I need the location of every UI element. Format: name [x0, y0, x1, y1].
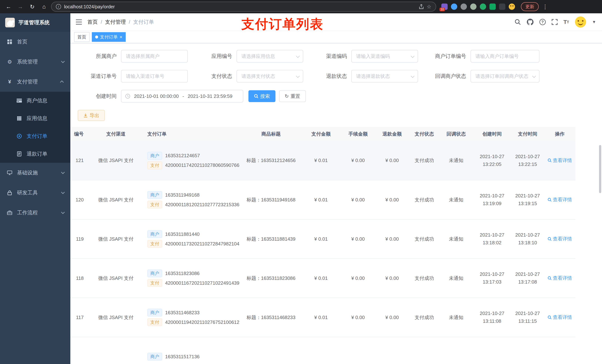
- export-button[interactable]: 导出: [78, 110, 105, 121]
- caret-down-icon[interactable]: ▼: [592, 20, 596, 24]
- app-field: [236, 50, 303, 62]
- reset-button[interactable]: ↻ 重置: [279, 90, 306, 102]
- tab-pay-order[interactable]: 支付订单 ×: [92, 32, 126, 42]
- channel-code-label: 渠道编码: [303, 53, 351, 60]
- cell-channel: [87, 337, 144, 364]
- extension-icon[interactable]: 10: [441, 3, 448, 10]
- back-button[interactable]: ←: [4, 2, 13, 11]
- cell-paid: 2021-10-2713:19:15: [511, 180, 544, 219]
- vertical-scrollbar[interactable]: [599, 145, 601, 193]
- magnifier-icon: [548, 198, 552, 202]
- merchant-input[interactable]: [121, 50, 188, 62]
- search-icon[interactable]: [515, 19, 521, 25]
- cell-notify: 未通知: [439, 180, 473, 219]
- browser-update-button[interactable]: 更新: [521, 2, 539, 11]
- sidebar-item-app-info[interactable]: 应用信息: [0, 110, 70, 127]
- create-time-range-picker[interactable]: 2021-10-01 00:00:00 - 2021-10-31 23:59:5…: [121, 90, 243, 103]
- cell-id: 121: [70, 141, 87, 180]
- cell-channel: 微信 JSAPI 支付: [87, 259, 144, 298]
- grid-icon: [16, 116, 22, 121]
- cell-amount: ¥ 0.01: [301, 219, 341, 259]
- pay-status-label: 支付状态: [188, 73, 236, 80]
- merchant-badge: 商户: [147, 230, 162, 238]
- view-detail-link[interactable]: 查看详情: [548, 197, 572, 203]
- help-icon[interactable]: ?: [539, 19, 546, 25]
- breadcrumb-payment[interactable]: 支付管理: [105, 19, 126, 26]
- channel-code-select[interactable]: [351, 50, 418, 62]
- magnifier-icon: [548, 237, 552, 241]
- view-detail-link[interactable]: 查看详情: [548, 236, 572, 242]
- table-row: 121 微信 JSAPI 支付 商户1635312124657 支付420000…: [70, 141, 575, 180]
- share-icon[interactable]: [419, 4, 424, 9]
- chevron-down-icon: [61, 170, 65, 174]
- sidebar-item-pay-order[interactable]: 支付订单: [0, 127, 70, 145]
- extension-icon[interactable]: [470, 3, 476, 10]
- app-label: 应用编号: [188, 53, 236, 60]
- hamburger-icon[interactable]: [70, 19, 87, 25]
- bookmark-star-icon[interactable]: ☆: [427, 4, 431, 10]
- cell-id: 119: [70, 219, 87, 259]
- channel-order-no-input[interactable]: [121, 70, 188, 83]
- home-button[interactable]: ⌂: [39, 2, 49, 11]
- github-icon[interactable]: [527, 19, 534, 25]
- sidebar-item-infra[interactable]: 基础设施: [0, 163, 70, 183]
- extensions-puzzle-icon[interactable]: [499, 3, 505, 10]
- filter-row-2: 渠道订单号 支付状态 退款状态 回调商户状态: [70, 70, 602, 83]
- cell-paid: 2021-10-2713:22:15: [511, 141, 544, 180]
- sidebar-item-refund-order[interactable]: 退款订单: [0, 145, 70, 163]
- sidebar-item-merchant-info[interactable]: 商户信息: [0, 92, 70, 110]
- cell-refund: ¥ 0.00: [375, 219, 409, 259]
- table-row: 118 微信 JSAPI 支付 商户1635311823086 支付420000…: [70, 259, 575, 298]
- merchant-order-no-input[interactable]: [471, 50, 539, 62]
- address-bar[interactable]: i localhost:1024/pay/order ☆: [51, 2, 436, 12]
- pay-status-field: [236, 70, 303, 83]
- table-row: 120 微信 JSAPI 支付 商户1635311949168 支付420000…: [70, 180, 575, 219]
- tab-home[interactable]: 首页: [74, 32, 90, 42]
- merchant-badge: 商户: [147, 191, 162, 199]
- clock-icon: [125, 94, 130, 99]
- cell-order: 商户1635311881440 支付4200001173202110272847…: [144, 219, 241, 259]
- sidebar-item-system[interactable]: ⚙ 系统管理: [0, 52, 70, 72]
- refresh-button[interactable]: ↻: [27, 2, 37, 11]
- page-content: 所属商户 应用编号 渠道编码 商户订单编号 渠道订单号 支付状态 退款状态 回调…: [70, 43, 602, 364]
- cell-created: 2021-10-2713:22:05: [473, 141, 511, 180]
- extensions-area: 10: [441, 3, 515, 10]
- cell-refund: ¥ 0.00: [375, 259, 409, 298]
- cell-id: 118: [70, 259, 87, 298]
- view-detail-link[interactable]: 查看详情: [548, 157, 572, 164]
- search-button[interactable]: 搜索: [248, 90, 275, 102]
- cell-paid: 2021-10-2713:18:10: [511, 219, 544, 259]
- merchant-order-no-label: 商户订单编号: [418, 53, 471, 60]
- merchant-badge: 商户: [147, 152, 162, 160]
- sidebar-item-devtools[interactable]: 研发工具: [0, 183, 70, 203]
- breadcrumb-home[interactable]: 首页: [87, 19, 98, 26]
- font-size-icon[interactable]: TT: [563, 19, 569, 25]
- user-avatar[interactable]: [575, 16, 586, 28]
- fullscreen-icon[interactable]: [552, 19, 558, 25]
- browser-menu-icon[interactable]: ⋮: [541, 3, 549, 10]
- view-detail-link[interactable]: 查看详情: [548, 314, 572, 321]
- sidebar-item-home[interactable]: 首页: [0, 32, 70, 52]
- site-info-icon[interactable]: i: [56, 4, 61, 9]
- app-logo[interactable]: 芋道管理系统: [0, 13, 70, 32]
- extension-icon[interactable]: [461, 3, 467, 10]
- close-icon[interactable]: ×: [119, 35, 122, 39]
- extension-icon[interactable]: [451, 3, 457, 10]
- forward-button[interactable]: →: [16, 2, 25, 11]
- view-detail-link[interactable]: 查看详情: [548, 275, 572, 281]
- url-text: localhost:1024/pay/order: [64, 4, 416, 10]
- channel-order-no-label: 渠道订单号: [70, 73, 121, 80]
- sidebar-item-payment[interactable]: ¥ 支付管理: [0, 72, 70, 92]
- profile-avatar[interactable]: [509, 3, 515, 10]
- callback-status-select[interactable]: [471, 70, 539, 83]
- navbar-actions: ? TT ▼: [515, 16, 602, 28]
- extension-icon[interactable]: [489, 3, 496, 10]
- sidebar-item-workflow[interactable]: 工作流程: [0, 203, 70, 223]
- pay-status-select[interactable]: [236, 70, 303, 83]
- chevron-down-icon: [61, 59, 65, 63]
- cell-title: 标题：1635312124656: [241, 141, 301, 180]
- extension-icon[interactable]: [480, 3, 486, 10]
- refund-status-select[interactable]: [351, 70, 418, 83]
- cell-order: 商户1635312124657 支付4200001174202110278060…: [144, 141, 241, 180]
- app-select[interactable]: [236, 50, 303, 62]
